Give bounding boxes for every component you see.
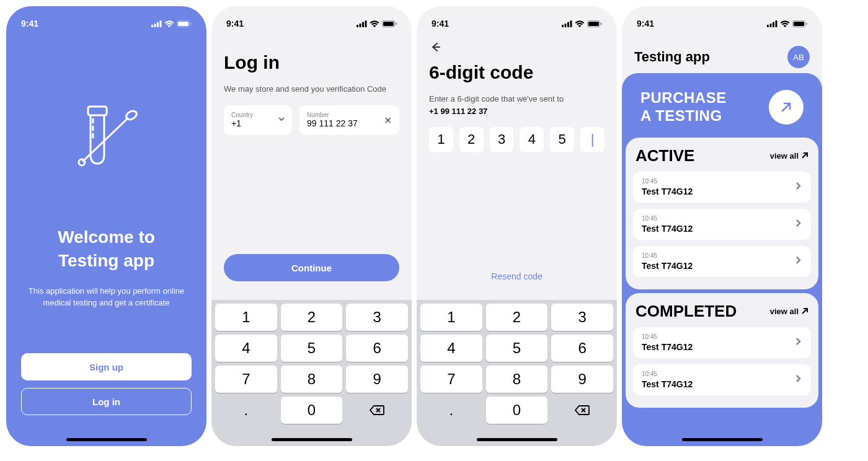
keypad-key-6[interactable]: 6 (551, 335, 613, 362)
code-input-row[interactable]: 12345| (429, 127, 604, 152)
code-digit-4[interactable]: 4 (520, 127, 544, 152)
back-button[interactable] (417, 33, 617, 56)
test-time: 10:45 (642, 178, 693, 185)
keypad-key-4[interactable]: 4 (215, 335, 277, 362)
code-digit-3[interactable]: 3 (490, 127, 514, 152)
keypad-key-5[interactable]: 5 (281, 335, 343, 362)
home-indicator[interactable] (477, 438, 557, 441)
login-button[interactable]: Log in (21, 388, 192, 415)
svg-rect-22 (565, 24, 567, 27)
login-screen: 9:41 Log in We may store and send you ve… (211, 6, 412, 446)
home-indicator[interactable] (66, 438, 147, 441)
chevron-down-icon (277, 115, 286, 126)
avatar[interactable]: AB (787, 46, 810, 68)
test-item[interactable]: 10:45Test T74G12 (633, 246, 811, 277)
test-item[interactable]: 10:45Test T74G12 (633, 364, 811, 395)
keypad-delete[interactable] (551, 397, 613, 424)
signal-icon (151, 20, 162, 27)
svg-rect-1 (154, 24, 156, 27)
svg-rect-27 (601, 22, 602, 25)
svg-rect-23 (567, 22, 569, 27)
svg-rect-30 (773, 22, 774, 27)
resend-code-link[interactable]: Resend code (417, 271, 617, 281)
keypad-key-4[interactable]: 4 (420, 335, 482, 362)
keypad-key-9[interactable]: 9 (346, 366, 408, 393)
welcome-description: This application will help you perform o… (21, 285, 192, 309)
home-indicator[interactable] (682, 438, 763, 441)
phone-number-input[interactable]: Number 99 111 22 37 ✕ (299, 105, 399, 135)
status-bar: 9:41 (417, 6, 617, 33)
wifi-icon (370, 20, 379, 27)
code-subtitle: Enter a 6-digit code that we've sent to+… (429, 93, 604, 117)
keypad-dot[interactable]: . (420, 397, 482, 424)
keypad-key-0[interactable]: 0 (281, 397, 343, 424)
dashboard-body: PURCHASEA TESTING ACTIVE view all 10:45T… (622, 73, 822, 446)
keypad-key-7[interactable]: 7 (420, 366, 482, 393)
test-item[interactable]: 10:45Test T74G12 (633, 209, 811, 240)
view-all-active[interactable]: view all (770, 151, 808, 160)
country-code-select[interactable]: Country +1 (224, 105, 292, 135)
test-name: Test T74G12 (642, 187, 693, 196)
test-name: Test T74G12 (642, 224, 693, 234)
status-bar: 9:41 (622, 6, 822, 33)
keypad-key-0[interactable]: 0 (486, 397, 548, 424)
active-section: ACTIVE view all 10:45Test T74G1210:45Tes… (626, 138, 818, 289)
keypad-delete[interactable] (346, 397, 408, 424)
arrow-left-icon (429, 41, 441, 53)
login-title: Log in (224, 52, 399, 73)
continue-button[interactable]: Continue (224, 254, 399, 281)
purchase-title: PURCHASEA TESTING (640, 89, 727, 125)
keypad-key-3[interactable]: 3 (346, 304, 408, 331)
numeric-keypad: 123456789.0 (417, 300, 617, 446)
clear-input-icon[interactable]: ✕ (384, 114, 392, 126)
keypad-key-5[interactable]: 5 (486, 335, 548, 362)
keypad-key-7[interactable]: 7 (215, 366, 277, 393)
chevron-right-icon (794, 337, 802, 348)
status-icons (767, 20, 807, 27)
keypad-key-2[interactable]: 2 (486, 304, 548, 331)
svg-rect-34 (806, 22, 807, 25)
keypad-key-8[interactable]: 8 (486, 366, 548, 393)
svg-rect-7 (88, 107, 107, 115)
login-subtitle: We may store and send you verification C… (224, 83, 399, 95)
signal-icon (356, 20, 367, 27)
purchase-card[interactable]: PURCHASEA TESTING (626, 77, 818, 138)
keypad-key-6[interactable]: 6 (346, 335, 408, 362)
test-tube-swab-icon (69, 102, 144, 176)
view-all-completed[interactable]: view all (770, 307, 808, 316)
keypad-key-2[interactable]: 2 (281, 304, 343, 331)
svg-rect-29 (770, 24, 772, 27)
code-digit-1[interactable]: 1 (429, 127, 453, 152)
status-icons (562, 20, 602, 27)
chevron-right-icon (794, 256, 802, 267)
keypad-key-1[interactable]: 1 (215, 304, 277, 331)
test-item[interactable]: 10:45Test T74G12 (633, 172, 811, 203)
code-digit-5[interactable]: 5 (550, 127, 574, 152)
test-name: Test T74G12 (642, 342, 693, 352)
svg-rect-0 (151, 25, 153, 27)
test-item[interactable]: 10:45Test T74G12 (633, 327, 811, 358)
status-icons (356, 20, 397, 27)
signup-button[interactable]: Sign up (21, 353, 192, 380)
keypad-key-3[interactable]: 3 (551, 304, 613, 331)
arrow-up-right-icon (779, 100, 794, 115)
arrow-up-right-icon (801, 152, 808, 159)
welcome-screen: 9:41 Welcome toTesting app This applicat… (6, 6, 206, 446)
signal-icon (562, 20, 572, 27)
purchase-button[interactable] (769, 90, 804, 125)
svg-point-13 (79, 159, 85, 165)
svg-rect-15 (360, 24, 361, 27)
status-time: 9:41 (432, 19, 449, 29)
keypad-key-9[interactable]: 9 (551, 366, 613, 393)
home-indicator[interactable] (272, 438, 352, 441)
arrow-up-right-icon (801, 307, 808, 315)
code-digit-2[interactable]: 2 (459, 127, 484, 152)
wifi-icon (164, 20, 174, 27)
keypad-key-1[interactable]: 1 (420, 304, 482, 331)
app-title: Testing app (634, 49, 710, 65)
keypad-key-8[interactable]: 8 (281, 366, 343, 393)
keypad-dot[interactable]: . (215, 397, 277, 424)
test-time: 10:45 (642, 252, 693, 259)
code-digit-6[interactable]: | (580, 127, 604, 152)
number-label: Number (307, 112, 392, 118)
